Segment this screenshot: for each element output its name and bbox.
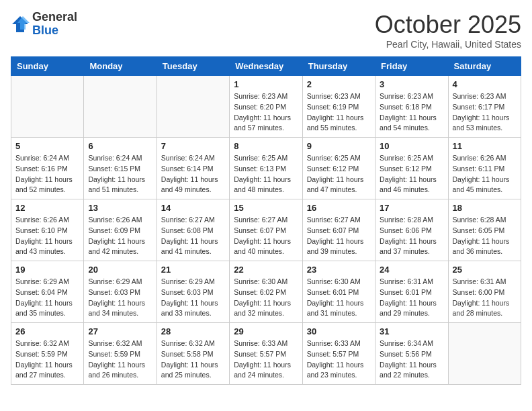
day-info: Sunrise: 6:29 AM Sunset: 6:03 PM Dayligh… xyxy=(161,277,225,319)
day-number: 23 xyxy=(307,265,371,275)
calendar-cell: 18Sunrise: 6:28 AM Sunset: 6:05 PM Dayli… xyxy=(448,199,521,261)
day-number: 5 xyxy=(15,141,79,151)
day-info: Sunrise: 6:31 AM Sunset: 6:01 PM Dayligh… xyxy=(380,277,443,319)
day-info: Sunrise: 6:25 AM Sunset: 6:13 PM Dayligh… xyxy=(234,153,298,195)
day-info: Sunrise: 6:26 AM Sunset: 6:11 PM Dayligh… xyxy=(453,153,517,195)
day-info: Sunrise: 6:31 AM Sunset: 6:00 PM Dayligh… xyxy=(453,277,517,319)
calendar-cell: 25Sunrise: 6:31 AM Sunset: 6:00 PM Dayli… xyxy=(448,261,521,323)
calendar-cell: 26Sunrise: 6:32 AM Sunset: 5:59 PM Dayli… xyxy=(11,323,84,385)
weekday-header-saturday: Saturday xyxy=(448,57,521,76)
calendar-cell: 1Sunrise: 6:23 AM Sunset: 6:20 PM Daylig… xyxy=(230,76,302,138)
month-title: October 2025 xyxy=(375,11,521,39)
day-info: Sunrise: 6:29 AM Sunset: 6:04 PM Dayligh… xyxy=(15,277,79,319)
day-info: Sunrise: 6:26 AM Sunset: 6:09 PM Dayligh… xyxy=(88,215,152,257)
calendar-week-3: 12Sunrise: 6:26 AM Sunset: 6:10 PM Dayli… xyxy=(11,199,521,261)
day-info: Sunrise: 6:23 AM Sunset: 6:19 PM Dayligh… xyxy=(307,91,371,134)
calendar-cell: 23Sunrise: 6:30 AM Sunset: 6:01 PM Dayli… xyxy=(302,261,375,323)
calendar-cell xyxy=(157,76,229,138)
day-number: 7 xyxy=(161,141,225,151)
day-info: Sunrise: 6:26 AM Sunset: 6:10 PM Dayligh… xyxy=(15,215,79,257)
location-subtitle: Pearl City, Hawaii, United States xyxy=(375,39,521,50)
calendar-week-1: 1Sunrise: 6:23 AM Sunset: 6:20 PM Daylig… xyxy=(11,76,521,138)
calendar-cell xyxy=(84,76,157,138)
day-info: Sunrise: 6:27 AM Sunset: 6:07 PM Dayligh… xyxy=(234,215,298,257)
day-info: Sunrise: 6:30 AM Sunset: 6:01 PM Dayligh… xyxy=(307,277,371,319)
calendar-cell: 5Sunrise: 6:24 AM Sunset: 6:16 PM Daylig… xyxy=(11,138,84,199)
day-info: Sunrise: 6:27 AM Sunset: 6:07 PM Dayligh… xyxy=(307,215,371,257)
day-info: Sunrise: 6:24 AM Sunset: 6:16 PM Dayligh… xyxy=(15,153,79,195)
calendar-week-5: 26Sunrise: 6:32 AM Sunset: 5:59 PM Dayli… xyxy=(11,323,521,385)
day-number: 13 xyxy=(88,203,152,213)
day-number: 1 xyxy=(234,79,298,89)
calendar-week-2: 5Sunrise: 6:24 AM Sunset: 6:16 PM Daylig… xyxy=(11,138,521,199)
calendar-cell: 31Sunrise: 6:34 AM Sunset: 5:56 PM Dayli… xyxy=(375,323,448,385)
weekday-header-wednesday: Wednesday xyxy=(230,57,302,76)
calendar-cell: 16Sunrise: 6:27 AM Sunset: 6:07 PM Dayli… xyxy=(302,199,375,261)
day-info: Sunrise: 6:27 AM Sunset: 6:08 PM Dayligh… xyxy=(161,215,225,257)
calendar-table: SundayMondayTuesdayWednesdayThursdayFrid… xyxy=(11,56,521,385)
day-number: 20 xyxy=(88,265,152,275)
day-info: Sunrise: 6:24 AM Sunset: 6:14 PM Dayligh… xyxy=(161,153,225,195)
calendar-cell: 4Sunrise: 6:23 AM Sunset: 6:17 PM Daylig… xyxy=(448,76,521,138)
day-info: Sunrise: 6:25 AM Sunset: 6:12 PM Dayligh… xyxy=(307,153,371,195)
day-number: 31 xyxy=(380,326,443,336)
calendar-cell xyxy=(11,76,84,138)
day-number: 26 xyxy=(15,326,79,336)
calendar-cell: 27Sunrise: 6:32 AM Sunset: 5:59 PM Dayli… xyxy=(84,323,157,385)
day-number: 19 xyxy=(15,265,79,275)
day-number: 8 xyxy=(234,141,298,151)
day-info: Sunrise: 6:23 AM Sunset: 6:18 PM Dayligh… xyxy=(380,91,443,134)
day-number: 18 xyxy=(453,203,517,213)
day-number: 17 xyxy=(380,203,443,213)
calendar-cell: 6Sunrise: 6:24 AM Sunset: 6:15 PM Daylig… xyxy=(84,138,157,199)
weekday-header-row: SundayMondayTuesdayWednesdayThursdayFrid… xyxy=(11,57,521,76)
day-info: Sunrise: 6:33 AM Sunset: 5:57 PM Dayligh… xyxy=(234,338,298,381)
day-info: Sunrise: 6:32 AM Sunset: 5:59 PM Dayligh… xyxy=(88,338,152,381)
day-number: 4 xyxy=(453,79,517,89)
calendar-cell: 24Sunrise: 6:31 AM Sunset: 6:01 PM Dayli… xyxy=(375,261,448,323)
day-number: 10 xyxy=(380,141,443,151)
title-block: October 2025 Pearl City, Hawaii, United … xyxy=(375,11,521,50)
weekday-header-thursday: Thursday xyxy=(302,57,375,76)
day-number: 22 xyxy=(234,265,298,275)
logo-icon xyxy=(11,15,30,34)
calendar-cell: 7Sunrise: 6:24 AM Sunset: 6:14 PM Daylig… xyxy=(157,138,229,199)
calendar-cell: 14Sunrise: 6:27 AM Sunset: 6:08 PM Dayli… xyxy=(157,199,229,261)
day-info: Sunrise: 6:32 AM Sunset: 5:58 PM Dayligh… xyxy=(161,338,225,381)
page-header: General Blue October 2025 Pearl City, Ha… xyxy=(11,11,521,50)
day-info: Sunrise: 6:34 AM Sunset: 5:56 PM Dayligh… xyxy=(380,338,443,381)
weekday-header-sunday: Sunday xyxy=(11,57,84,76)
calendar-cell: 9Sunrise: 6:25 AM Sunset: 6:12 PM Daylig… xyxy=(302,138,375,199)
day-info: Sunrise: 6:33 AM Sunset: 5:57 PM Dayligh… xyxy=(307,338,371,381)
calendar-cell: 30Sunrise: 6:33 AM Sunset: 5:57 PM Dayli… xyxy=(302,323,375,385)
calendar-cell: 15Sunrise: 6:27 AM Sunset: 6:07 PM Dayli… xyxy=(230,199,302,261)
day-number: 29 xyxy=(234,326,298,336)
day-number: 27 xyxy=(88,326,152,336)
calendar-cell: 11Sunrise: 6:26 AM Sunset: 6:11 PM Dayli… xyxy=(448,138,521,199)
weekday-header-tuesday: Tuesday xyxy=(157,57,229,76)
calendar-cell: 10Sunrise: 6:25 AM Sunset: 6:12 PM Dayli… xyxy=(375,138,448,199)
day-info: Sunrise: 6:24 AM Sunset: 6:15 PM Dayligh… xyxy=(88,153,152,195)
calendar-cell: 28Sunrise: 6:32 AM Sunset: 5:58 PM Dayli… xyxy=(157,323,229,385)
day-number: 3 xyxy=(380,79,443,89)
logo-blue-label: Blue xyxy=(32,24,77,38)
day-number: 9 xyxy=(307,141,371,151)
logo-general-label: General xyxy=(32,11,77,24)
day-number: 11 xyxy=(453,141,517,151)
day-info: Sunrise: 6:30 AM Sunset: 6:02 PM Dayligh… xyxy=(234,277,298,319)
day-number: 24 xyxy=(380,265,443,275)
day-number: 14 xyxy=(161,203,225,213)
weekday-header-friday: Friday xyxy=(375,57,448,76)
weekday-header-monday: Monday xyxy=(84,57,157,76)
calendar-cell: 17Sunrise: 6:28 AM Sunset: 6:06 PM Dayli… xyxy=(375,199,448,261)
calendar-cell: 8Sunrise: 6:25 AM Sunset: 6:13 PM Daylig… xyxy=(230,138,302,199)
calendar-cell: 12Sunrise: 6:26 AM Sunset: 6:10 PM Dayli… xyxy=(11,199,84,261)
day-number: 16 xyxy=(307,203,371,213)
calendar-cell: 2Sunrise: 6:23 AM Sunset: 6:19 PM Daylig… xyxy=(302,76,375,138)
day-info: Sunrise: 6:29 AM Sunset: 6:03 PM Dayligh… xyxy=(88,277,152,319)
calendar-cell: 22Sunrise: 6:30 AM Sunset: 6:02 PM Dayli… xyxy=(230,261,302,323)
day-info: Sunrise: 6:23 AM Sunset: 6:20 PM Dayligh… xyxy=(234,91,298,134)
logo-text: General Blue xyxy=(32,11,77,38)
logo: General Blue xyxy=(11,11,77,38)
day-number: 2 xyxy=(307,79,371,89)
